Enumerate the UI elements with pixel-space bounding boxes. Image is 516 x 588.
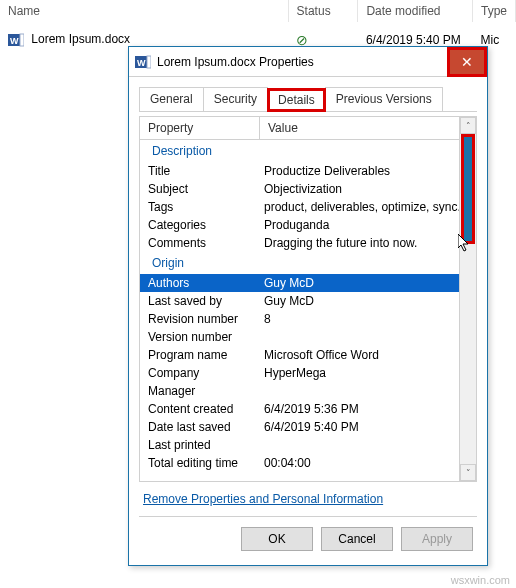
row-title[interactable]: TitleProductize Deliverables (140, 162, 476, 180)
properties-grid: Property Value Description TitleProducti… (139, 116, 477, 482)
row-date-last-saved[interactable]: Date last saved6/4/2019 5:40 PM (140, 418, 476, 436)
row-tags[interactable]: Tagsproduct, deliverables, optimize, syn… (140, 198, 476, 216)
dialog-title: Lorem Ipsum.docx Properties (157, 55, 447, 69)
row-total-editing-time[interactable]: Total editing time00:04:00 (140, 454, 476, 472)
row-content-created[interactable]: Content created6/4/2019 5:36 PM (140, 400, 476, 418)
row-manager[interactable]: Manager (140, 382, 476, 400)
row-company[interactable]: CompanyHyperMega (140, 364, 476, 382)
vertical-scrollbar[interactable]: ˄ ˅ (459, 117, 476, 481)
word-file-icon: W (8, 32, 24, 48)
svg-rect-1 (20, 34, 24, 46)
svg-text:W: W (137, 58, 146, 68)
col-status[interactable]: Status (288, 0, 358, 22)
row-revision[interactable]: Revision number8 (140, 310, 476, 328)
row-categories[interactable]: CategoriesProduganda (140, 216, 476, 234)
cancel-button[interactable]: Cancel (321, 527, 393, 551)
apply-button[interactable]: Apply (401, 527, 473, 551)
col-date[interactable]: Date modified (358, 0, 473, 22)
section-description: Description (140, 140, 476, 162)
remove-properties-link[interactable]: Remove Properties and Personal Informati… (139, 482, 477, 516)
col-name[interactable]: Name (0, 0, 288, 22)
row-version[interactable]: Version number (140, 328, 476, 346)
tab-security[interactable]: Security (203, 87, 268, 111)
word-file-icon: W (135, 54, 151, 70)
tab-general[interactable]: General (139, 87, 204, 111)
chevron-up-icon: ˄ (466, 121, 471, 131)
svg-rect-4 (147, 56, 151, 68)
tab-strip: General Security Details Previous Versio… (139, 87, 477, 112)
close-button[interactable]: ✕ (447, 47, 487, 77)
row-authors[interactable]: AuthorsGuy McD (140, 274, 476, 292)
section-origin: Origin (140, 252, 476, 274)
titlebar[interactable]: W Lorem Ipsum.docx Properties ✕ (129, 47, 487, 77)
row-subject[interactable]: SubjectObjectivization (140, 180, 476, 198)
watermark: wsxwin.com (451, 574, 510, 586)
chevron-down-icon: ˅ (466, 468, 471, 478)
row-comments[interactable]: CommentsDragging the future into now. (140, 234, 476, 252)
row-last-saved-by[interactable]: Last saved byGuy McD (140, 292, 476, 310)
tab-previous-versions[interactable]: Previous Versions (325, 87, 443, 111)
header-property[interactable]: Property (140, 117, 260, 139)
col-type[interactable]: Type (472, 0, 515, 22)
scroll-thumb[interactable] (461, 134, 475, 244)
row-program[interactable]: Program nameMicrosoft Office Word (140, 346, 476, 364)
svg-text:W: W (10, 36, 19, 46)
file-name: Lorem Ipsum.docx (31, 32, 130, 46)
ok-button[interactable]: OK (241, 527, 313, 551)
row-last-printed[interactable]: Last printed (140, 436, 476, 454)
close-icon: ✕ (461, 54, 473, 70)
tab-details[interactable]: Details (267, 88, 326, 112)
scroll-down-button[interactable]: ˅ (460, 464, 476, 481)
scroll-up-button[interactable]: ˄ (460, 117, 476, 134)
properties-dialog: W Lorem Ipsum.docx Properties ✕ General … (128, 46, 488, 566)
properties-body[interactable]: Description TitleProductize Deliverables… (140, 140, 476, 481)
header-value[interactable]: Value (260, 117, 476, 139)
button-bar: OK Cancel Apply (139, 516, 477, 555)
